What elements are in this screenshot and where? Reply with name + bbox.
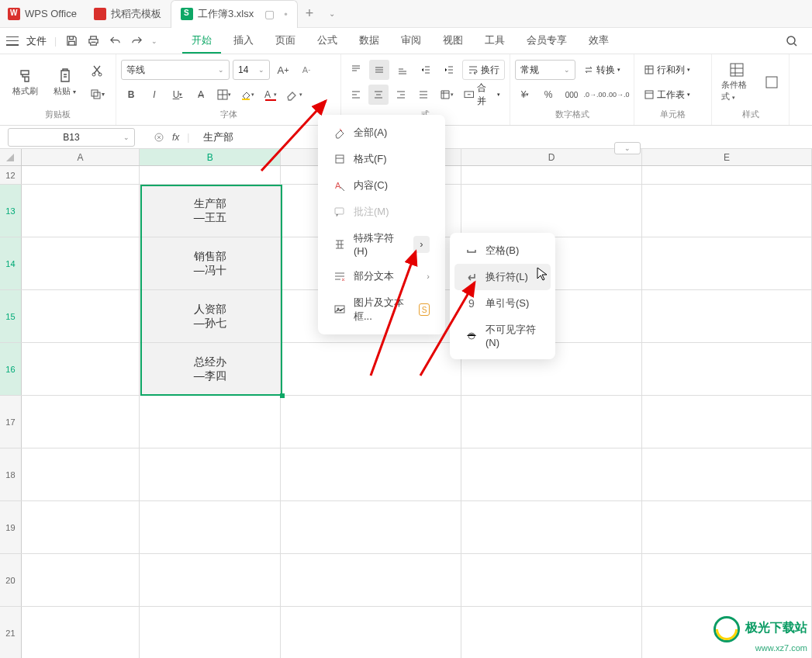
decrease-indent-button[interactable] xyxy=(416,60,436,80)
tab-workbook[interactable]: 工作簿3.xlsx ▢ • xyxy=(171,0,298,28)
cell-D18[interactable] xyxy=(461,448,642,500)
row-header-18[interactable]: 18 xyxy=(0,448,22,500)
cell-C16[interactable] xyxy=(281,343,461,395)
tab-page[interactable]: 页面 xyxy=(266,29,305,54)
clear-menu-item-0[interactable]: 全部(A) xyxy=(323,119,441,146)
cell-B16[interactable]: 总经办 —李四 xyxy=(140,343,281,395)
cell-B18[interactable] xyxy=(140,448,281,500)
undo-icon[interactable] xyxy=(108,34,122,48)
special-submenu-item-2[interactable]: 9单引号(S) xyxy=(454,290,551,317)
row-header-17[interactable]: 17 xyxy=(0,396,22,448)
cell-B19[interactable] xyxy=(140,501,281,553)
align-bottom-button[interactable] xyxy=(392,60,413,80)
col-header-E[interactable]: E xyxy=(642,149,812,165)
cut-button[interactable] xyxy=(87,61,107,81)
underline-button[interactable]: U ▾ xyxy=(168,85,188,105)
cell-A14[interactable] xyxy=(22,237,140,289)
grow-font-button[interactable]: A+ xyxy=(273,60,293,80)
cell-D17[interactable] xyxy=(461,396,642,448)
print-icon[interactable] xyxy=(86,34,100,48)
cell-E15[interactable] xyxy=(642,290,812,342)
cell-B14[interactable]: 销售部 —冯十 xyxy=(140,237,281,289)
name-box[interactable]: B13 ⌄ xyxy=(8,128,135,147)
save-icon[interactable] xyxy=(64,34,78,48)
qa-dropdown[interactable]: ⌄ xyxy=(151,37,157,45)
align-right-button[interactable] xyxy=(392,85,411,105)
cell-C19[interactable] xyxy=(281,501,461,553)
hamburger-icon[interactable] xyxy=(6,36,19,46)
font-family-select[interactable]: 等线⌄ xyxy=(121,60,230,80)
align-center-button[interactable] xyxy=(368,85,388,105)
cell-B20[interactable] xyxy=(140,554,281,606)
tab-efficiency[interactable]: 效率 xyxy=(579,29,618,54)
cell-E16[interactable] xyxy=(642,343,812,395)
decrease-decimal-button[interactable]: .0→.00 xyxy=(585,85,605,105)
tab-list-button[interactable]: ⌄ xyxy=(321,9,343,18)
cell-D20[interactable] xyxy=(461,554,642,606)
increase-decimal-button[interactable]: .00→.0 xyxy=(608,85,628,105)
cell-A12[interactable] xyxy=(22,166,140,184)
copy-button[interactable]: ▾ xyxy=(87,84,107,104)
cell-A21[interactable] xyxy=(22,607,140,658)
cell-E20[interactable] xyxy=(642,554,812,606)
formula-input[interactable]: 生产部 xyxy=(203,130,233,144)
cell-B21[interactable] xyxy=(140,607,281,658)
special-submenu-item-3[interactable]: 不可见字符(N) xyxy=(454,317,551,355)
tab-templates[interactable]: 找稻壳模板 xyxy=(85,0,171,28)
format-painter-button[interactable]: 格式刷 xyxy=(8,67,43,99)
row-header-15[interactable]: 15 xyxy=(0,290,22,342)
cell-C21[interactable] xyxy=(281,607,461,658)
col-header-A[interactable]: A xyxy=(22,149,140,165)
tab-view[interactable]: 视图 xyxy=(434,29,472,54)
fx-icon[interactable]: fx xyxy=(172,132,179,143)
convert-button[interactable]: 转换▾ xyxy=(579,60,625,80)
italic-button[interactable]: I xyxy=(144,85,164,105)
clear-menu-item-1[interactable]: 格式(F) xyxy=(323,146,441,172)
merge-button[interactable]: 合并▾ xyxy=(459,85,505,105)
tab-review[interactable]: 审阅 xyxy=(392,29,430,54)
row-header-14[interactable]: 14 xyxy=(0,237,22,289)
redo-icon[interactable] xyxy=(130,34,143,48)
cell-E18[interactable] xyxy=(642,448,812,500)
cell-E14[interactable] xyxy=(642,237,812,289)
paste-button[interactable]: 粘贴 ▾ xyxy=(49,67,81,99)
fill-color-button[interactable]: ▾ xyxy=(237,85,257,105)
cell-C20[interactable] xyxy=(281,554,461,606)
cell-A19[interactable] xyxy=(22,501,140,553)
conditional-format-button[interactable]: 条件格式 ▾ xyxy=(717,61,756,104)
cell-D21[interactable] xyxy=(461,607,642,658)
tab-start[interactable]: 开始 xyxy=(182,29,221,54)
search-button[interactable] xyxy=(778,35,806,47)
file-menu[interactable]: 文件 xyxy=(26,34,47,48)
cell-E13[interactable] xyxy=(642,185,812,237)
tab-insert[interactable]: 插入 xyxy=(224,29,263,54)
cell-E19[interactable] xyxy=(642,501,812,553)
cell-E12[interactable] xyxy=(642,166,812,184)
cancel-formula-icon[interactable] xyxy=(154,132,164,143)
currency-button[interactable]: ¥ ▾ xyxy=(515,85,535,105)
align-top-button[interactable] xyxy=(346,60,366,80)
new-tab-button[interactable]: + xyxy=(298,5,322,22)
clear-menu-item-5[interactable]: 部分文本› xyxy=(323,263,441,289)
number-format-select[interactable]: 常规⌄ xyxy=(515,60,575,80)
row-header-19[interactable]: 19 xyxy=(0,501,22,553)
font-color-button[interactable]: A▾ xyxy=(261,85,281,105)
clear-format-button[interactable]: ▾ xyxy=(284,85,304,105)
strikethrough-button[interactable]: A̶ xyxy=(191,85,211,105)
cell-C17[interactable] xyxy=(281,396,461,448)
row-header-12[interactable]: 12 xyxy=(0,166,22,184)
tab-formula[interactable]: 公式 xyxy=(308,29,347,54)
rowcol-button[interactable]: 行和列▾ xyxy=(639,60,695,80)
border-button[interactable]: ▾ xyxy=(214,85,234,105)
tab-tools[interactable]: 工具 xyxy=(475,29,514,54)
col-header-B[interactable]: B xyxy=(140,149,281,165)
cell-D19[interactable] xyxy=(461,501,642,553)
increase-indent-button[interactable] xyxy=(439,60,459,80)
cell-D12[interactable] xyxy=(461,166,642,184)
row-header-21[interactable]: 21 xyxy=(0,607,22,658)
justify-button[interactable] xyxy=(414,85,434,105)
cell-E17[interactable] xyxy=(642,396,812,448)
row-header-16[interactable]: 16 xyxy=(0,343,22,395)
wrap-text-button[interactable]: 换行 xyxy=(462,60,505,80)
worksheet-button[interactable]: 工作表▾ xyxy=(639,85,695,105)
